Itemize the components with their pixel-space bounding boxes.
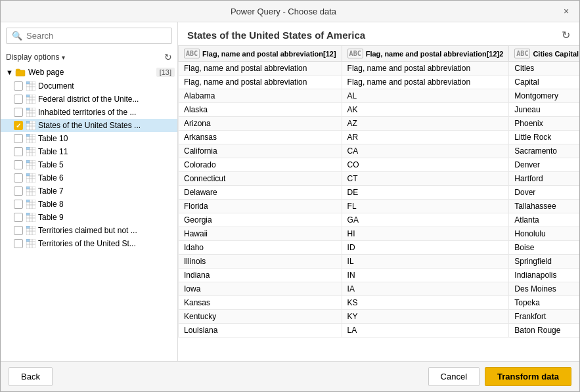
tree-item-checkbox[interactable] — [14, 239, 23, 248]
preview-refresh-icon[interactable]: ↻ — [562, 29, 570, 41]
transform-button[interactable]: Transform data — [485, 367, 571, 386]
back-button[interactable]: Back — [9, 367, 53, 386]
tree-item[interactable]: Table 11 — [1, 145, 177, 158]
table-row[interactable]: GeorgiaGAAtlanta — [179, 213, 580, 227]
table-cell: Kansas — [179, 296, 342, 310]
table-row[interactable]: AlaskaAKJuneau — [179, 103, 580, 117]
table-icon — [26, 213, 35, 222]
tree-item-checkbox[interactable] — [14, 160, 23, 169]
table-cell: Alaska — [179, 103, 342, 117]
table-cell: Flag, name and postal abbreviation — [342, 62, 509, 76]
search-box: 🔍 — [6, 28, 172, 44]
column-type-icon: ABC — [514, 49, 530, 58]
tree-item-checkbox[interactable] — [14, 226, 23, 235]
column-label: Flag, name and postal abbreviation[12]2 — [366, 50, 504, 58]
table-cell: Capital — [509, 76, 579, 89]
tree-item-checkbox[interactable] — [14, 108, 23, 117]
table-cell: DE — [342, 186, 509, 200]
table-cell: CT — [342, 172, 509, 186]
svg-rect-24 — [26, 121, 30, 123]
tree-item[interactable]: Table 5 — [1, 158, 177, 171]
column-label: Cities Capital — [533, 50, 579, 58]
tree-item-checkbox[interactable]: ✓ — [14, 121, 23, 130]
table-cell: Florida — [179, 200, 342, 213]
table-row[interactable]: CaliforniaCASacramento — [179, 144, 580, 158]
table-row[interactable]: IllinoisILSpringfield — [179, 255, 580, 269]
display-options[interactable]: Display options ▾ ↻ — [1, 49, 177, 65]
tree-area: ▼ Web page [13] Document Federal distric… — [1, 65, 177, 361]
table-row[interactable]: KentuckyKYFrankfort — [179, 310, 580, 324]
table-row[interactable]: ArkansasARLittle Rock — [179, 131, 580, 144]
tree-item[interactable]: ✓ States of the United States ... — [1, 119, 177, 132]
table-body: Flag, name and postal abbreviationFlag, … — [179, 62, 580, 338]
right-panel: States of the United States of America ↻… — [178, 22, 579, 361]
cancel-button[interactable]: Cancel — [428, 367, 480, 386]
tree-item[interactable]: Federal district of the Unite... — [1, 93, 177, 106]
table-row[interactable]: Flag, name and postal abbreviationFlag, … — [179, 62, 580, 76]
expand-icon: ▼ — [6, 68, 13, 76]
tree-item[interactable]: Inhabited territories of the ... — [1, 106, 177, 119]
table-row[interactable]: AlabamaALMontgomery — [179, 89, 580, 103]
tree-item-checkbox[interactable] — [14, 134, 23, 143]
table-row[interactable]: ArizonaAZPhoenix — [179, 117, 580, 131]
svg-rect-6 — [26, 81, 30, 84]
table-cell: CA — [342, 144, 509, 158]
footer-right: Cancel Transform data — [428, 367, 571, 386]
table-header: ABCFlag, name and postal abbreviation[12… — [179, 46, 580, 62]
tree-item-label: Table 10 — [38, 134, 175, 143]
search-input[interactable] — [26, 31, 166, 41]
tree-root-badge: [13] — [156, 68, 175, 77]
table-row[interactable]: ConnecticutCTHartford — [179, 172, 580, 186]
tree-item-checkbox[interactable] — [14, 213, 23, 222]
tree-item[interactable]: Territories of the United St... — [1, 237, 177, 250]
tree-item[interactable]: Territories claimed but not ... — [1, 224, 177, 237]
table-cell: Kentucky — [179, 310, 342, 324]
refresh-icon[interactable]: ↻ — [164, 52, 172, 62]
tree-root[interactable]: ▼ Web page [13] — [1, 65, 177, 79]
search-icon: 🔍 — [12, 31, 22, 41]
table-scroll[interactable]: ABCFlag, name and postal abbreviation[12… — [178, 45, 579, 361]
tree-item-checkbox[interactable] — [14, 200, 23, 209]
tree-item[interactable]: Table 7 — [1, 185, 177, 198]
svg-rect-36 — [26, 147, 30, 150]
table-cell: Sacramento — [509, 144, 579, 158]
tree-item-label: Document — [38, 81, 175, 91]
table-row[interactable]: HawaiiHIHonolulu — [179, 227, 580, 241]
table-row[interactable]: LouisianaLABaton Rouge — [179, 324, 580, 338]
table-cell: Arkansas — [179, 131, 342, 144]
table-row[interactable]: IndianaINIndianapolis — [179, 269, 580, 282]
table-row[interactable]: FloridaFLTallahassee — [179, 200, 580, 213]
tree-items-container: Document Federal district of the Unite..… — [1, 79, 177, 250]
tree-item[interactable]: Table 8 — [1, 198, 177, 211]
table-cell: Colorado — [179, 158, 342, 172]
dialog-title: Power Query - Choose data — [7, 7, 560, 16]
table-row[interactable]: DelawareDEDover — [179, 186, 580, 200]
table-row[interactable]: KansasKSTopeka — [179, 296, 580, 310]
close-button[interactable]: × — [560, 5, 573, 18]
table-wrapper: ABCFlag, name and postal abbreviation[12… — [178, 45, 579, 361]
tree-item[interactable]: Table 6 — [1, 171, 177, 185]
table-row[interactable]: ColoradoCODenver — [179, 158, 580, 172]
table-row[interactable]: Flag, name and postal abbreviationFlag, … — [179, 76, 580, 89]
table-cell: California — [179, 144, 342, 158]
table-cell: Juneau — [509, 103, 579, 117]
tree-item-checkbox[interactable] — [14, 81, 23, 91]
tree-item[interactable]: Table 10 — [1, 132, 177, 145]
table-cell: Tallahassee — [509, 200, 579, 213]
table-cell: AL — [342, 89, 509, 103]
table-cell: Alabama — [179, 89, 342, 103]
tree-item-checkbox[interactable] — [14, 147, 23, 156]
tree-item[interactable]: Document — [1, 79, 177, 93]
tree-item-checkbox[interactable] — [14, 95, 23, 104]
footer: Back Cancel Transform data — [1, 361, 579, 391]
tree-item-checkbox[interactable] — [14, 173, 23, 183]
table-cell: Indiana — [179, 269, 342, 282]
tree-item[interactable]: Table 9 — [1, 211, 177, 224]
tree-item-checkbox[interactable] — [14, 186, 23, 196]
table-cell: CO — [342, 158, 509, 172]
table-row[interactable]: IdahoIDBoise — [179, 241, 580, 255]
table-row[interactable]: IowaIADes Moines — [179, 282, 580, 296]
svg-rect-54 — [26, 186, 30, 189]
tree-item-label: Table 7 — [38, 186, 175, 196]
folder-icon — [15, 67, 26, 77]
